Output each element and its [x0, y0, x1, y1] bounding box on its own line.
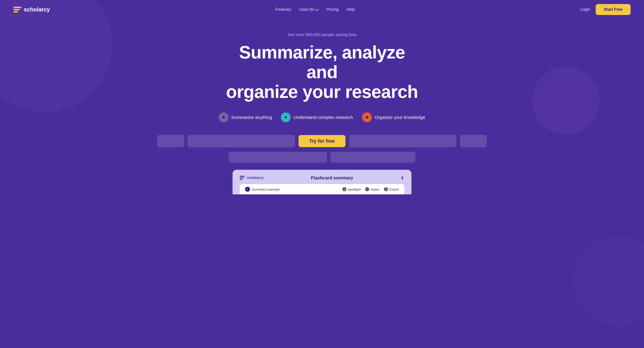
summarize-icon: ✦ [219, 112, 228, 122]
card-actions: ● Spotlight ▪ Notes ⬇ Export [342, 187, 399, 191]
hero-title-line2: organize your research [226, 82, 418, 102]
logo-bar-3 [14, 11, 18, 13]
navbar: scholarcy Features Uses for Pricing Help… [0, 0, 644, 19]
hero-section: Join over 600,000 people saving time Sum… [0, 19, 644, 203]
nav-link-uses-for: Uses for [299, 7, 314, 12]
card-logo-icon [240, 175, 245, 181]
secondary-placeholder-2 [330, 152, 416, 162]
card-logo-bar-1 [240, 176, 245, 177]
feature-pill-organize: ✦ Organize your knowledge [362, 112, 425, 122]
input-placeholder-wide[interactable] [188, 135, 295, 147]
cta-input-row: Try for free [9, 135, 635, 147]
card-logo-bar-3 [240, 179, 242, 180]
nav-item-pricing[interactable]: Pricing [326, 7, 338, 12]
hero-title: Summarize, analyze and organize your res… [222, 43, 422, 102]
understand-label: Understand complex research [294, 115, 353, 120]
summarize-label: Summarize anything [231, 115, 272, 120]
flashcard-summary-card: scholarcy Flashcard summary ⬇ i Summary … [232, 170, 412, 194]
nav-link-pricing[interactable]: Pricing [326, 7, 338, 12]
logo-icon [14, 6, 22, 14]
logo-text: scholarcy [24, 6, 50, 13]
nav-item-uses-for[interactable]: Uses for [299, 7, 318, 12]
card-body: i Summary example ● Spotlight ▪ Notes ⬇ … [240, 184, 404, 194]
spotlight-label: Spotlight [348, 188, 361, 191]
understand-icon: ✦ [281, 112, 291, 122]
spotlight-icon: ● [342, 187, 346, 191]
nav-item-features[interactable]: Features [275, 7, 291, 12]
start-free-button[interactable]: Start Free [596, 4, 630, 15]
secondary-input-row [9, 152, 635, 162]
nav-link-features[interactable]: Features [275, 7, 291, 12]
try-for-free-button[interactable]: Try for free [298, 135, 346, 147]
input-placeholder-small-1 [157, 135, 184, 147]
nav-links: Features Uses for Pricing Help [275, 7, 355, 12]
card-logo-bar-2 [240, 177, 244, 178]
logo-bar-1 [14, 7, 22, 8]
hero-title-line1: Summarize, analyze and [239, 42, 405, 82]
export-icon: ⬇ [384, 187, 388, 191]
hero-subtitle: Join over 600,000 people saving time [9, 33, 635, 37]
card-summary-label: i Summary example [245, 187, 280, 192]
nav-item-help[interactable]: Help [346, 7, 355, 12]
download-icon[interactable]: ⬇ [400, 175, 404, 181]
card-title: Flashcard summary [311, 175, 353, 181]
nav-right: Login Start Free [580, 4, 630, 15]
notes-label: Notes [370, 188, 379, 191]
input-placeholder-wide-2 [349, 135, 456, 147]
export-action[interactable]: ⬇ Export [384, 187, 399, 191]
info-icon: i [245, 187, 250, 192]
input-placeholder-small-2 [460, 135, 487, 147]
card-preview-section: scholarcy Flashcard summary ⬇ i Summary … [9, 170, 635, 194]
feature-pill-understand: ✦ Understand complex research [281, 112, 353, 122]
feature-pill-summarize: ✦ Summarize anything [219, 112, 272, 122]
logo-bar-2 [14, 9, 20, 10]
export-label: Export [389, 188, 399, 191]
organize-label: Organize your knowledge [374, 115, 425, 120]
notes-icon: ▪ [365, 187, 369, 191]
login-button[interactable]: Login [580, 7, 590, 12]
logo[interactable]: scholarcy [14, 6, 50, 14]
notes-action[interactable]: ▪ Notes [365, 187, 379, 191]
card-logo: scholarcy [240, 175, 264, 181]
secondary-placeholder-1 [228, 152, 327, 162]
nav-link-help[interactable]: Help [346, 7, 355, 12]
spotlight-action[interactable]: ● Spotlight [342, 187, 361, 191]
organize-icon: ✦ [362, 112, 372, 122]
card-header: scholarcy Flashcard summary ⬇ [240, 175, 404, 181]
summary-label-text: Summary example [252, 188, 280, 191]
feature-pills: ✦ Summarize anything ✦ Understand comple… [9, 112, 635, 122]
card-logo-text: scholarcy [247, 176, 264, 180]
chevron-down-icon [315, 7, 319, 11]
